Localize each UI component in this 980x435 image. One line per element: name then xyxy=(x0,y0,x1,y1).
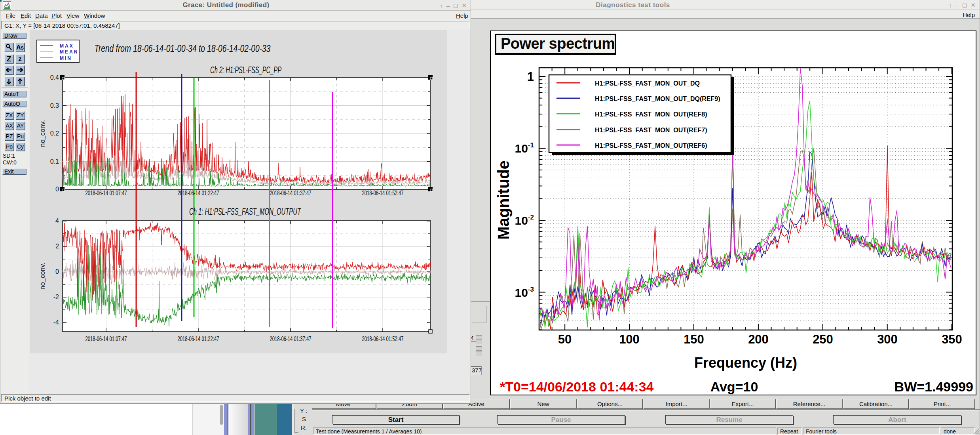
svg-text:BW=1.49999: BW=1.49999 xyxy=(895,379,973,394)
svg-text:2018-06-14 01:52:47: 2018-06-14 01:52:47 xyxy=(362,190,404,197)
svg-text:10-1: 10-1 xyxy=(515,141,534,155)
svg-text:0.1: 0.1 xyxy=(50,158,59,165)
svg-text:0.2: 0.2 xyxy=(50,130,59,137)
svg-text:0: 0 xyxy=(55,268,59,275)
svg-text:0: 0 xyxy=(55,186,59,193)
svg-text:300: 300 xyxy=(877,332,898,346)
svg-text:2018-06-14 01:22:47: 2018-06-14 01:22:47 xyxy=(178,336,219,342)
svg-text:MAX: MAX xyxy=(60,43,74,49)
svg-text:Trend from 18-06-14-01-00-34 t: Trend from 18-06-14-01-00-34 to 18-06-14… xyxy=(95,42,271,54)
svg-text:no_conv.: no_conv. xyxy=(39,263,46,290)
svg-text:150: 150 xyxy=(684,332,704,346)
svg-text:2: 2 xyxy=(55,243,59,250)
svg-text:Ch 2: H1:PSL-FSS_PC_PP: Ch 2: H1:PSL-FSS_PC_PP xyxy=(210,65,281,75)
svg-text:350: 350 xyxy=(942,332,962,346)
svg-text:2018-06-14 01:07:47: 2018-06-14 01:07:47 xyxy=(85,336,127,342)
svg-text:Magnitude: Magnitude xyxy=(495,160,512,240)
svg-text:4: 4 xyxy=(55,218,59,224)
svg-text:no_conv.: no_conv. xyxy=(39,120,46,147)
svg-text:250: 250 xyxy=(813,332,833,346)
svg-text:100: 100 xyxy=(619,332,640,346)
svg-text:MEAN: MEAN xyxy=(60,49,78,55)
svg-text:10-2: 10-2 xyxy=(515,214,534,227)
svg-text:H1:PSL-FSS_FAST_MON_OUT(REF7): H1:PSL-FSS_FAST_MON_OUT(REF7) xyxy=(595,127,707,134)
svg-text:*T0=14/06/2018 01:44:34: *T0=14/06/2018 01:44:34 xyxy=(500,379,654,394)
svg-text:50: 50 xyxy=(558,332,572,346)
svg-text:H1:PSL-FSS_FAST_MON_OUT(REF6): H1:PSL-FSS_FAST_MON_OUT(REF6) xyxy=(595,142,707,149)
svg-text:MIN: MIN xyxy=(60,55,72,61)
svg-text:-2: -2 xyxy=(53,294,59,300)
svg-text:0.3: 0.3 xyxy=(50,102,59,109)
svg-text:Ch 1: H1:PSL-FSS_FAST_MON_OUTP: Ch 1: H1:PSL-FSS_FAST_MON_OUTPUT xyxy=(189,206,301,217)
svg-text:2018-06-14 01:07:47: 2018-06-14 01:07:47 xyxy=(85,190,127,197)
svg-text:10-3: 10-3 xyxy=(515,286,534,299)
svg-text:Avg=10: Avg=10 xyxy=(710,379,758,394)
svg-text:Frequency (Hz): Frequency (Hz) xyxy=(694,355,797,371)
svg-text:0.4: 0.4 xyxy=(50,74,59,81)
svg-text:1: 1 xyxy=(527,70,534,84)
svg-text:-4: -4 xyxy=(53,319,59,326)
svg-text:2018-06-14 01:37:47: 2018-06-14 01:37:47 xyxy=(270,336,311,342)
svg-text:2018-06-14 01:37:47: 2018-06-14 01:37:47 xyxy=(270,190,311,197)
svg-text:200: 200 xyxy=(748,332,769,346)
svg-text:H1:PSL-FSS_FAST_MON_OUT(REF8): H1:PSL-FSS_FAST_MON_OUT(REF8) xyxy=(595,111,707,118)
svg-text:H1:PSL-FSS_FAST_MON_OUT_DQ(REF: H1:PSL-FSS_FAST_MON_OUT_DQ(REF9) xyxy=(595,95,720,102)
svg-text:2018-06-14 01:22:47: 2018-06-14 01:22:47 xyxy=(178,190,219,197)
svg-text:2018-06-14 01:52:47: 2018-06-14 01:52:47 xyxy=(362,336,404,342)
svg-text:H1:PSL-FSS_FAST_MON_OUT_DQ: H1:PSL-FSS_FAST_MON_OUT_DQ xyxy=(595,80,700,87)
